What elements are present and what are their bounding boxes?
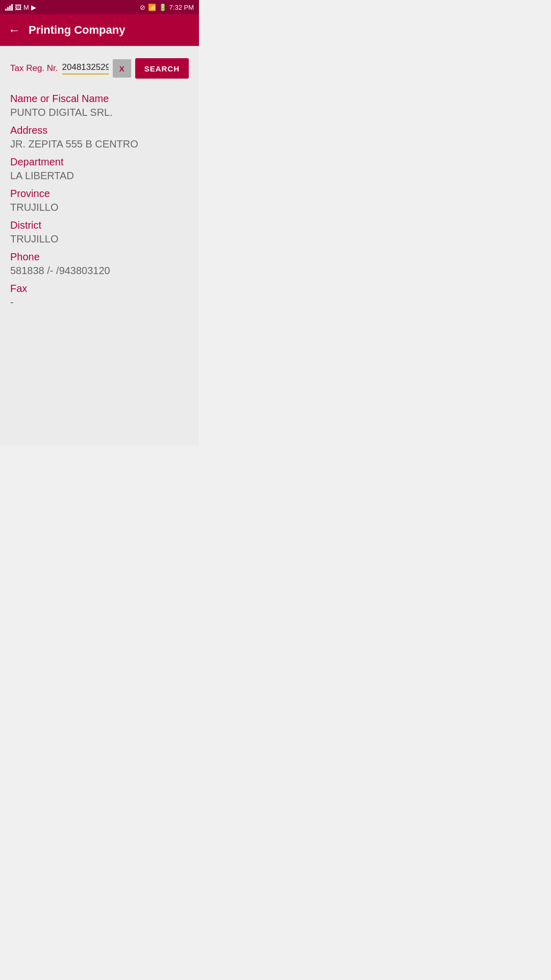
image-icon: 🖼 (15, 4, 21, 11)
gmail-icon: M (23, 4, 29, 11)
page-title: Printing Company (29, 23, 125, 37)
app-bar: ← Printing Company (0, 14, 199, 46)
search-button[interactable]: SEARCH (135, 58, 189, 79)
status-left: 🖼 M ▶ (5, 4, 36, 11)
field-value-5: 581838 /- /943803120 (10, 265, 189, 277)
status-bar: 🖼 M ▶ ⊘ 📶 🔋 7:32 PM (0, 0, 199, 14)
field-label-0: Name or Fiscal Name (10, 93, 189, 105)
signal-icon (5, 4, 13, 11)
back-button[interactable]: ← (8, 23, 20, 37)
tax-label: Tax Reg. Nr. (10, 63, 58, 74)
fields-list: Name or Fiscal NamePUNTO DIGITAL SRL.Add… (10, 93, 189, 308)
field-label-1: Address (10, 125, 189, 136)
clear-button[interactable]: X (113, 59, 131, 78)
field-value-0: PUNTO DIGITAL SRL. (10, 107, 189, 118)
dnd-icon: ⊘ (140, 4, 145, 11)
tax-input-wrapper (62, 62, 109, 75)
content-area: Tax Reg. Nr. X SEARCH Name or Fiscal Nam… (0, 46, 199, 446)
battery-icon: 🔋 (159, 4, 167, 11)
field-value-4: TRUJILLO (10, 233, 189, 245)
field-label-5: Phone (10, 251, 189, 263)
search-row: Tax Reg. Nr. X SEARCH (10, 58, 189, 79)
field-label-3: Province (10, 188, 189, 200)
field-value-3: TRUJILLO (10, 202, 189, 213)
wifi-icon: 📶 (148, 4, 156, 11)
field-label-4: District (10, 219, 189, 231)
field-value-1: JR. ZEPITA 555 B CENTRO (10, 138, 189, 150)
field-label-6: Fax (10, 283, 189, 295)
play-icon: ▶ (31, 4, 36, 11)
time-display: 7:32 PM (169, 4, 194, 11)
field-value-6: - (10, 297, 189, 308)
field-label-2: Department (10, 156, 189, 168)
field-value-2: LA LIBERTAD (10, 170, 189, 182)
status-right: ⊘ 📶 🔋 7:32 PM (140, 4, 194, 11)
tax-input[interactable] (62, 62, 109, 72)
